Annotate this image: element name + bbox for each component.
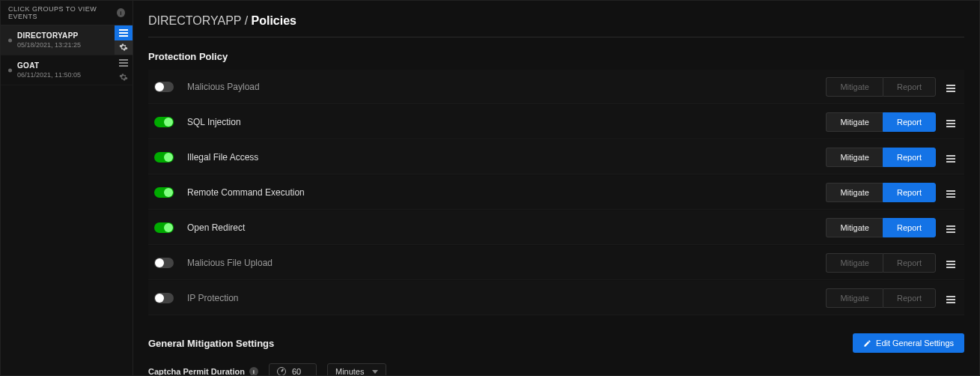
sidebar-header: CLICK GROUPS TO VIEW EVENTS i <box>1 1 133 25</box>
sidebar-group-goat[interactable]: GOAT 06/11/2021, 11:50:05 <box>1 55 133 85</box>
group-events-button[interactable] <box>115 25 133 40</box>
policy-label: SQL Injection <box>187 117 826 127</box>
policy-row: Open RedirectMitigateReport <box>148 210 964 245</box>
general-settings-header: General Mitigation Settings Edit General… <box>148 333 964 353</box>
group-events-button[interactable] <box>115 55 133 70</box>
group-actions <box>115 25 133 55</box>
report-button[interactable]: Report <box>883 253 936 273</box>
menu-icon <box>946 193 958 195</box>
policy-row-menu[interactable] <box>946 119 958 124</box>
policy-action-group: MitigateReport <box>826 112 936 132</box>
policy-row: SQL InjectionMitigateReport <box>148 105 964 139</box>
captcha-unit-select[interactable]: Minutes <box>327 363 386 375</box>
group-actions <box>115 55 133 85</box>
policy-toggle[interactable] <box>154 117 174 127</box>
edit-general-label: Edit General Settings <box>876 339 954 348</box>
mitigate-button[interactable]: Mitigate <box>826 288 883 308</box>
divider <box>148 37 964 37</box>
report-button[interactable]: Report <box>883 183 936 202</box>
policy-row: Malicious File UploadMitigateReport <box>148 246 964 280</box>
group-settings-button[interactable] <box>115 70 133 85</box>
gear-icon <box>119 43 128 52</box>
captcha-setting-row: Captcha Permit Duration i 60 Minutes <box>148 363 964 375</box>
group-name: GOAT <box>17 61 125 70</box>
policy-toggle[interactable] <box>154 293 174 303</box>
group-settings-button[interactable] <box>115 40 133 55</box>
policy-row-menu[interactable] <box>946 260 958 265</box>
policy-label: Open Redirect <box>187 222 826 233</box>
general-settings-title: General Mitigation Settings <box>148 338 274 349</box>
policy-row: IP ProtectionMitigateReport <box>148 281 964 315</box>
policy-row-menu[interactable] <box>946 154 958 160</box>
sidebar-group-directoryapp[interactable]: DIRECTORYAPP 05/18/2021, 13:21:25 <box>1 25 133 55</box>
captcha-label-text: Captcha Permit Duration <box>148 367 245 375</box>
sidebar-header-text: CLICK GROUPS TO VIEW EVENTS <box>8 5 117 20</box>
policy-list: Malicious PayloadMitigateReportSQL Injec… <box>148 70 964 315</box>
pencil-icon <box>863 339 871 348</box>
policy-action-group: MitigateReport <box>826 288 936 308</box>
policy-row: Malicious PayloadMitigateReport <box>148 70 964 104</box>
captcha-value-input[interactable]: 60 <box>269 363 317 375</box>
policy-action-group: MitigateReport <box>826 77 936 97</box>
main-content: DIRECTORYAPP / Policies Protection Polic… <box>133 1 979 375</box>
policy-row-menu[interactable] <box>946 225 958 230</box>
captcha-label: Captcha Permit Duration i <box>148 367 258 375</box>
breadcrumb-root[interactable]: DIRECTORYAPP <box>148 14 241 27</box>
policy-action-group: MitigateReport <box>826 253 936 273</box>
protection-policy-title: Protection Policy <box>148 51 964 62</box>
mitigate-button[interactable]: Mitigate <box>826 183 883 202</box>
menu-icon <box>946 123 958 124</box>
report-button[interactable]: Report <box>883 148 936 167</box>
policy-action-group: MitigateReport <box>826 148 936 167</box>
group-date: 05/18/2021, 13:21:25 <box>17 41 125 49</box>
app-root: CLICK GROUPS TO VIEW EVENTS i DIRECTORYA… <box>0 0 980 376</box>
mitigate-button[interactable]: Mitigate <box>826 253 883 273</box>
policy-row-menu[interactable] <box>946 189 958 195</box>
info-icon[interactable]: i <box>117 8 125 17</box>
breadcrumb: DIRECTORYAPP / Policies <box>148 14 964 28</box>
policy-toggle[interactable] <box>154 187 174 198</box>
menu-icon <box>946 228 958 230</box>
policy-label: Malicious File Upload <box>187 258 826 268</box>
group-name: DIRECTORYAPP <box>17 31 125 40</box>
policy-toggle[interactable] <box>154 152 174 163</box>
policy-row: Remote Command ExecutionMitigateReport <box>148 175 964 210</box>
mitigate-button[interactable]: Mitigate <box>826 218 883 237</box>
policy-action-group: MitigateReport <box>826 183 936 202</box>
policy-toggle[interactable] <box>154 82 174 92</box>
breadcrumb-current: Policies <box>252 14 296 27</box>
menu-icon <box>946 158 958 160</box>
policy-label: Illegal File Access <box>187 152 826 163</box>
policy-action-group: MitigateReport <box>826 218 936 237</box>
group-date: 06/11/2021, 11:50:05 <box>17 71 125 79</box>
policy-label: Remote Command Execution <box>187 187 826 198</box>
report-button[interactable]: Report <box>883 218 936 237</box>
report-button[interactable]: Report <box>883 288 936 308</box>
mitigate-button[interactable]: Mitigate <box>826 148 883 167</box>
sidebar: CLICK GROUPS TO VIEW EVENTS i DIRECTORYA… <box>1 1 133 375</box>
group-text: GOAT 06/11/2021, 11:50:05 <box>17 61 125 79</box>
policy-row-menu[interactable] <box>946 295 958 300</box>
status-dot-icon <box>8 68 12 72</box>
status-dot-icon <box>8 38 12 42</box>
info-icon[interactable]: i <box>249 367 258 375</box>
policy-row-menu[interactable] <box>946 84 958 89</box>
mitigate-button[interactable]: Mitigate <box>826 112 883 132</box>
gear-icon <box>119 73 128 82</box>
policy-label: IP Protection <box>187 293 826 303</box>
policy-label: Malicious Payload <box>187 82 826 92</box>
menu-icon <box>946 299 958 300</box>
policy-toggle[interactable] <box>154 222 174 233</box>
mitigate-button[interactable]: Mitigate <box>826 77 883 97</box>
breadcrumb-sep: / <box>241 14 251 27</box>
policy-toggle[interactable] <box>154 258 174 268</box>
policy-row: Illegal File AccessMitigateReport <box>148 140 964 175</box>
list-icon <box>119 58 128 67</box>
chevron-down-icon <box>372 370 378 374</box>
captcha-unit: Minutes <box>335 367 365 375</box>
report-button[interactable]: Report <box>883 112 936 132</box>
edit-general-settings-button[interactable]: Edit General Settings <box>853 333 964 353</box>
report-button[interactable]: Report <box>883 77 936 97</box>
group-text: DIRECTORYAPP 05/18/2021, 13:21:25 <box>17 31 125 49</box>
menu-icon <box>946 264 958 265</box>
